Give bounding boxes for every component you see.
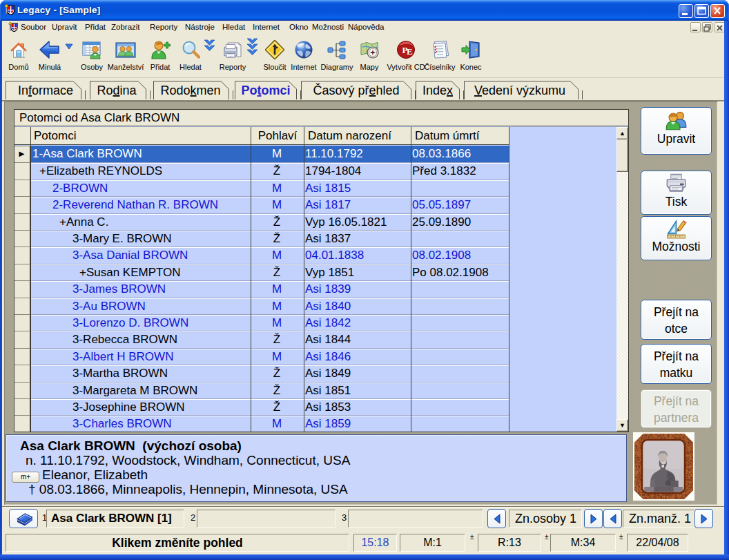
svg-text:Rodokmen: Rodokmen xyxy=(160,84,220,97)
svg-text:Rodina: Rodina xyxy=(97,84,137,97)
svg-text:Vedení výzkumu: Vedení výzkumu xyxy=(474,84,565,97)
svg-text:Index: Index xyxy=(422,84,453,97)
svg-text:Informace: Informace xyxy=(18,84,73,97)
svg-text:Časový přehled: Časový přehled xyxy=(313,83,399,97)
svg-text:Potomci: Potomci xyxy=(241,84,290,97)
svg-text:E: E xyxy=(407,46,413,57)
